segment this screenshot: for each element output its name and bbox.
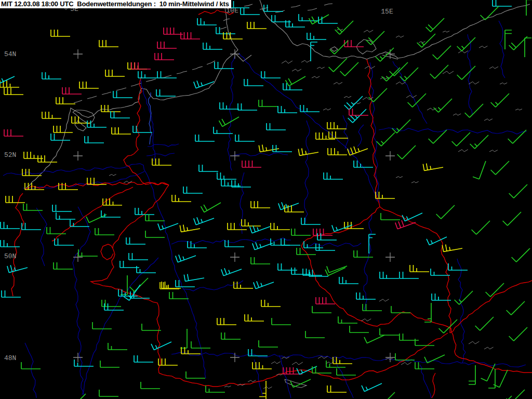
wind-barb [452,132,470,146]
wind-barb [290,379,311,388]
river-path [499,21,505,78]
wind-barb [354,161,373,167]
wind-barb [101,210,121,217]
terrain-mark [479,46,487,48]
terrain-mark [443,31,449,32]
wind-barb [54,262,73,269]
terrain-mark [500,83,507,84]
terrain-mark [364,30,373,32]
wind-barb [339,277,358,284]
wind-barb [108,343,127,350]
latitude-label: 52N [4,151,16,159]
wind-barb [6,196,25,203]
wind-barb [494,396,512,399]
wind-barb [126,237,145,244]
wind-barb [433,46,451,59]
wind-barb [62,87,82,94]
wind-barb [194,217,214,225]
island-path [146,79,156,82]
wind-barbs [0,0,532,399]
graticule-crosses-and-labels: 5E10E15E54N52N50N48N [4,5,395,362]
wind-barb [509,184,527,198]
country-border-path [432,373,435,398]
wind-barb [364,335,384,343]
wind-barb [245,314,264,321]
island-path [308,8,317,10]
island-path [192,66,203,70]
river-path [36,208,47,266]
wind-barb [7,265,28,272]
wind-barb [186,371,205,378]
wind-barb [1,222,20,229]
wind-barb [300,105,320,112]
wind-barb [225,240,244,247]
graticule-cross [230,151,240,161]
river-path [457,259,466,363]
wind-barb [254,281,274,289]
wind-barb [51,134,70,140]
wind-barb [42,112,61,118]
graticule-cross [73,151,83,161]
terrain-mark [248,380,256,382]
longitude-label: 15E [381,8,393,16]
terrain-mark [317,67,325,69]
terrain-mark [396,177,403,178]
graticule-cross [230,49,240,59]
wind-barb [507,390,525,399]
wind-barb [251,201,270,208]
wind-barb [152,158,171,165]
latitude-label: 48N [4,354,16,362]
river-path [254,360,262,396]
wind-barb [400,334,419,340]
wind-barb [238,103,257,110]
wind-barb [24,152,43,158]
terrain-mark [443,71,454,74]
country-border-path [124,77,169,185]
wind-barb [439,320,457,333]
river-path [228,56,235,170]
wind-barb [291,268,311,274]
wind-barb [4,129,23,136]
wind-barb [299,14,318,21]
wind-barb [234,282,253,288]
wind-barb [217,172,236,179]
wind-barb [155,53,174,60]
wind-barb [491,94,509,107]
river-path [343,115,348,149]
wind-barb [42,72,61,79]
country-border-path [52,187,133,241]
wind-barb [219,117,240,127]
graticule-cross [73,252,83,262]
terrain-mark [353,102,361,104]
river-path [148,144,179,147]
terrain-mark [224,386,231,387]
wind-barb [377,132,395,146]
wind-barb [99,40,118,47]
wind-barb [366,31,384,45]
wind-barb [164,28,183,34]
wind-barb [252,242,273,250]
wind-barb [241,8,260,15]
wind-barb [455,291,473,304]
wind-barb [133,126,152,132]
wind-barb [151,342,171,350]
wind-barb [247,22,267,29]
terrain-mark [453,114,461,115]
wind-barb [465,104,483,117]
wind-barb [4,88,23,95]
graticule-cross [230,252,240,262]
terrain-mark [458,150,468,152]
wind-barb [400,68,418,81]
island-path [102,92,111,95]
wind-barb [424,303,431,322]
wind-barb [395,353,415,360]
wind-barb [250,225,270,233]
river-path [370,62,380,203]
weather-map-screen: 5E10E15E54N52N50N48N MIT 12.03.08 18:00 … [0,0,532,399]
wind-barb [307,33,326,39]
wind-barb [134,355,153,362]
wind-barb [273,145,292,152]
wind-barb [291,229,311,235]
wind-barb [162,282,181,288]
country-border-path [301,207,380,246]
